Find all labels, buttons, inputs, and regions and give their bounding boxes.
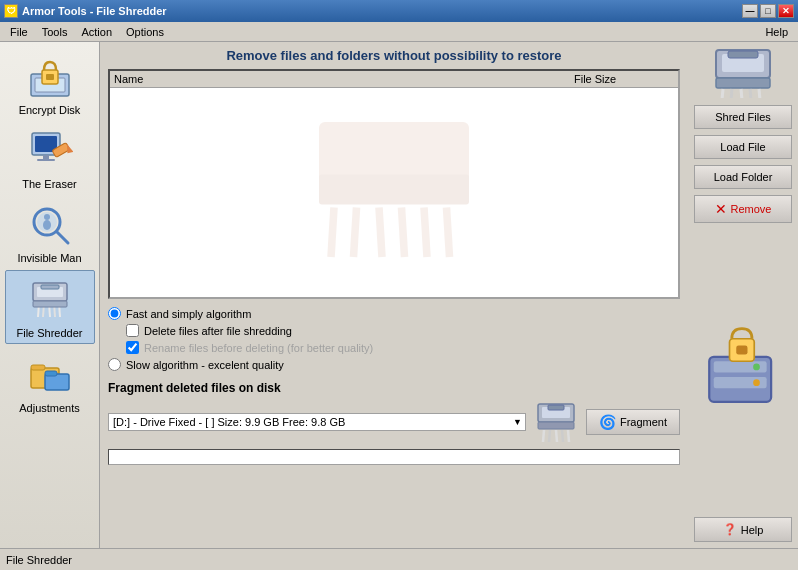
menu-help[interactable]: Help (759, 24, 794, 40)
delete-after-row: Delete files after file shredding (108, 324, 680, 337)
drive-select-wrapper: [D:] - Drive Fixed - [ ] Size: 9.9 GB Fr… (108, 413, 526, 431)
sidebar-label-the-eraser: The Eraser (22, 178, 76, 190)
maximize-button[interactable]: □ (760, 4, 776, 18)
rename-before-row: Rename files before deleting (for better… (108, 341, 680, 354)
title-icon: 🛡 (4, 4, 18, 18)
svg-point-13 (44, 214, 50, 220)
svg-line-44 (568, 430, 569, 442)
svg-point-14 (43, 220, 51, 230)
main-container: Encrypt Disk The Eraser (0, 42, 798, 548)
fragment-title: Fragment deleted files on disk (108, 381, 680, 395)
sidebar-item-invisible-man[interactable]: Invisible Man (5, 196, 95, 268)
svg-rect-23 (33, 301, 67, 307)
slow-algo-row: Slow algorithm - excelent quality (108, 358, 680, 371)
file-list-container: Name File Size (108, 69, 680, 299)
col-size-header: File Size (574, 73, 674, 85)
svg-line-43 (562, 430, 563, 442)
progress-bar-container (108, 449, 680, 465)
delete-after-checkbox[interactable] (126, 324, 139, 337)
invisible-man-icon (25, 200, 75, 250)
sidebar-item-adjustments[interactable]: Adjustments (5, 346, 95, 418)
list-watermark (294, 114, 494, 271)
eraser-icon (25, 126, 75, 176)
svg-rect-7 (37, 159, 55, 161)
help-button[interactable]: ❓ Help (694, 517, 792, 542)
svg-rect-29 (319, 174, 469, 204)
delete-after-label[interactable]: Delete files after file shredding (144, 325, 292, 337)
sidebar-label-invisible-man: Invisible Man (17, 252, 81, 264)
shred-btn-wrapper: Shred Files (694, 48, 792, 129)
file-list-header: Name File Size (110, 71, 678, 88)
help-icon: ❓ (723, 523, 737, 536)
svg-rect-60 (736, 346, 747, 355)
menu-file[interactable]: File (4, 24, 34, 40)
slow-algo-radio[interactable] (108, 358, 121, 371)
title-bar: 🛡 Armor Tools - File Shredder — □ ✕ (0, 0, 798, 22)
remove-label: Remove (731, 203, 772, 215)
svg-rect-48 (716, 78, 770, 88)
fragment-row: [D:] - Drive Fixed - [ ] Size: 9.9 GB Fr… (108, 400, 680, 444)
help-label: Help (741, 524, 764, 536)
svg-rect-39 (538, 422, 574, 429)
minimize-button[interactable]: — (742, 4, 758, 18)
menu-options[interactable]: Options (120, 24, 170, 40)
remove-icon: ✕ (715, 201, 727, 217)
fragment-button[interactable]: 🌀 Fragment (586, 409, 680, 435)
sidebar: Encrypt Disk The Eraser (0, 42, 100, 548)
status-text: File Shredder (6, 554, 72, 566)
file-shredder-icon (25, 275, 75, 325)
shred-files-label: Shred Files (715, 111, 771, 123)
adjustments-icon (25, 350, 75, 400)
title-left: 🛡 Armor Tools - File Shredder (4, 4, 167, 18)
remove-button[interactable]: ✕ Remove (694, 195, 792, 223)
svg-line-35 (447, 207, 450, 257)
file-list-body[interactable] (110, 88, 678, 297)
load-folder-label: Load Folder (714, 171, 773, 183)
svg-line-53 (759, 89, 760, 98)
svg-point-58 (753, 379, 760, 386)
sidebar-label-file-shredder: File Shredder (16, 327, 82, 339)
svg-line-34 (424, 207, 427, 257)
options-section: Fast and simply algorithm Delete files a… (108, 307, 680, 375)
slow-algo-label[interactable]: Slow algorithm - excelent quality (126, 359, 284, 371)
sidebar-item-file-shredder[interactable]: File Shredder (5, 270, 95, 344)
drive-select[interactable]: [D:] - Drive Fixed - [ ] Size: 9.9 GB Fr… (108, 413, 526, 431)
svg-rect-38 (548, 405, 564, 410)
svg-line-42 (556, 430, 557, 442)
svg-line-51 (741, 89, 742, 98)
load-folder-button[interactable]: Load Folder (694, 165, 792, 189)
rename-before-checkbox[interactable] (126, 341, 139, 354)
svg-line-49 (722, 89, 723, 98)
svg-rect-25 (31, 365, 45, 370)
shred-files-button[interactable]: Shred Files (694, 105, 792, 129)
svg-line-32 (379, 207, 382, 257)
svg-rect-17 (41, 285, 59, 289)
menu-action[interactable]: Action (75, 24, 118, 40)
fragment-btn-label: Fragment (620, 416, 667, 428)
title-controls: — □ ✕ (742, 4, 794, 18)
right-panel: Shred Files Load File Load Folder ✕ Remo… (688, 42, 798, 548)
svg-line-33 (402, 207, 405, 257)
close-button[interactable]: ✕ (778, 4, 794, 18)
menu-tools[interactable]: Tools (36, 24, 74, 40)
svg-line-50 (731, 89, 732, 98)
fragment-section: Fragment deleted files on disk [D:] - Dr… (108, 381, 680, 465)
fast-algo-radio[interactable] (108, 307, 121, 320)
svg-rect-6 (43, 155, 49, 159)
fast-algo-row: Fast and simply algorithm (108, 307, 680, 320)
svg-line-12 (57, 232, 68, 243)
load-file-button[interactable]: Load File (694, 135, 792, 159)
lock-server-icon (694, 323, 792, 417)
sidebar-item-encrypt-disk[interactable]: Encrypt Disk (5, 48, 95, 120)
sidebar-item-the-eraser[interactable]: The Eraser (5, 122, 95, 194)
sidebar-label-adjustments: Adjustments (19, 402, 80, 414)
fragment-shredder-icon (534, 400, 578, 444)
svg-rect-3 (46, 74, 54, 80)
svg-line-31 (354, 207, 357, 257)
svg-rect-47 (728, 51, 758, 58)
page-title: Remove files and folders without possibi… (108, 48, 680, 63)
fast-algo-label[interactable]: Fast and simply algorithm (126, 308, 251, 320)
svg-rect-28 (319, 122, 469, 197)
window-title: Armor Tools - File Shredder (22, 5, 167, 17)
svg-point-57 (753, 364, 760, 371)
